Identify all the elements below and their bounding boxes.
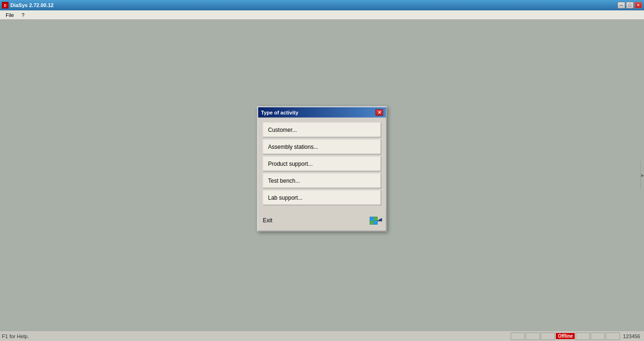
status-box-4 bbox=[576, 333, 590, 340]
status-number: 123456 bbox=[621, 333, 642, 339]
status-bar: F1 for Help. Offline 123456 bbox=[0, 331, 644, 341]
type-of-activity-dialog: Type of activity ✕ Customer... Assembly … bbox=[257, 106, 387, 232]
title-bar: D DiaSys 2.72.00.12 ─ □ ✕ bbox=[0, 0, 644, 10]
exit-icon-graphic bbox=[369, 215, 380, 226]
svg-rect-6 bbox=[374, 217, 378, 221]
menu-file[interactable]: File bbox=[2, 11, 18, 19]
status-box-5 bbox=[591, 333, 605, 340]
menu-bar: File ? bbox=[0, 10, 644, 20]
status-box-2 bbox=[526, 333, 540, 340]
status-box-3 bbox=[541, 333, 555, 340]
product-support-button[interactable]: Product support... bbox=[263, 156, 381, 171]
assembly-stations-button[interactable]: Assembly stations... bbox=[263, 139, 381, 154]
exit-button[interactable] bbox=[368, 214, 381, 227]
dialog-footer: Exit bbox=[258, 210, 386, 231]
status-box-6 bbox=[606, 333, 620, 340]
svg-rect-3 bbox=[370, 217, 374, 221]
customer-button[interactable]: Customer... bbox=[263, 122, 381, 138]
minimize-button[interactable]: ─ bbox=[618, 2, 625, 8]
lab-support-button[interactable]: Lab support... bbox=[263, 190, 381, 205]
status-right: Offline 123456 bbox=[511, 333, 642, 340]
app-title: DiaSys 2.72.00.12 bbox=[10, 2, 54, 8]
help-text: F1 for Help. bbox=[2, 333, 29, 339]
main-area: Type of activity ✕ Customer... Assembly … bbox=[0, 20, 644, 331]
status-box-1 bbox=[511, 333, 525, 340]
menu-help[interactable]: ? bbox=[18, 11, 28, 19]
svg-rect-8 bbox=[378, 220, 381, 221]
exit-label: Exit bbox=[263, 217, 272, 224]
dialog-content: Customer... Assembly stations... Product… bbox=[258, 118, 386, 210]
svg-rect-4 bbox=[374, 221, 378, 225]
resize-handle[interactable] bbox=[640, 161, 644, 189]
restore-button[interactable]: □ bbox=[626, 2, 634, 8]
dialog-title-bar: Type of activity ✕ bbox=[258, 107, 386, 118]
svg-text:D: D bbox=[4, 4, 6, 7]
close-button[interactable]: ✕ bbox=[635, 2, 642, 8]
title-bar-left: D DiaSys 2.72.00.12 bbox=[2, 2, 54, 8]
test-bench-button[interactable]: Test bench... bbox=[263, 173, 381, 188]
svg-rect-5 bbox=[370, 221, 374, 225]
app-icon: D bbox=[2, 2, 8, 8]
dialog-title: Type of activity bbox=[261, 110, 298, 115]
window-controls: ─ □ ✕ bbox=[618, 2, 642, 8]
dialog-close-button[interactable]: ✕ bbox=[376, 109, 383, 116]
offline-indicator: Offline bbox=[556, 333, 575, 339]
